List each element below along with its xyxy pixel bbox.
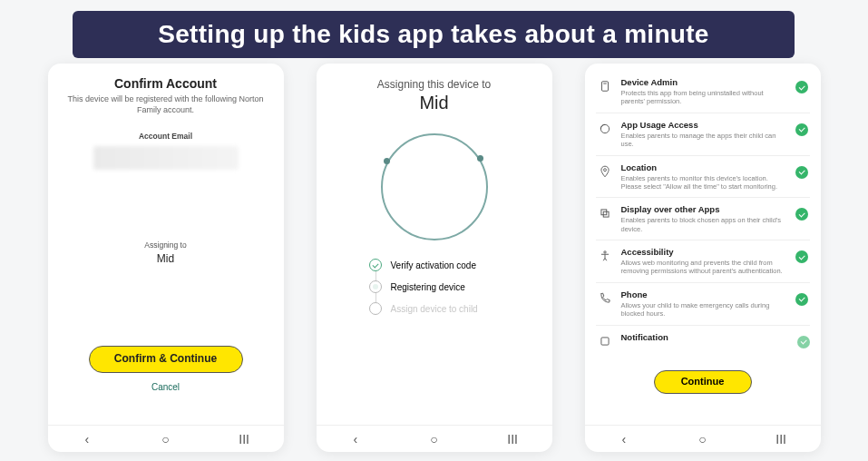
android-nav-bar: ‹ ○ III	[48, 425, 284, 452]
svg-point-5	[603, 251, 605, 253]
permission-title: Device Admin	[621, 77, 786, 87]
permission-desc: Enables parents to monitor this device's…	[621, 174, 786, 191]
nav-home-button[interactable]: ○	[688, 432, 716, 446]
location-icon	[598, 164, 612, 179]
phone-confirm-account: Confirm Account This device will be regi…	[48, 64, 284, 452]
assign-child-name: Mid	[333, 93, 536, 113]
permission-desc: Protects this app from being uninstalled…	[621, 89, 786, 106]
phone-assigning-device: Assigning this device to Mid Verify acti…	[317, 64, 552, 452]
permission-title: App Usage Access	[621, 120, 786, 130]
device-admin-icon	[598, 79, 612, 93]
permission-list: Device Admin Protects this app from bein…	[594, 67, 812, 383]
notification-icon	[598, 334, 612, 348]
phone-icon	[598, 291, 612, 306]
check-icon	[795, 208, 808, 221]
permission-row[interactable]: App Usage Access Enables parents to mana…	[596, 113, 810, 155]
nav-back-button[interactable]: ‹	[73, 432, 101, 446]
progress-dot-icon	[369, 280, 382, 293]
step-verify: Verify activation code	[369, 259, 536, 271]
step-assign: Assign device to child	[369, 302, 536, 315]
pending-dot-icon	[369, 302, 382, 315]
permission-title: Display over other Apps	[621, 204, 786, 214]
nav-recent-button[interactable]: III	[767, 432, 795, 446]
nav-home-button[interactable]: ○	[420, 432, 447, 446]
check-icon	[795, 81, 808, 93]
permission-row[interactable]: Display over other Apps Enables parents …	[596, 197, 810, 240]
check-icon	[795, 250, 808, 263]
svg-rect-0	[601, 82, 608, 92]
accessibility-icon	[598, 249, 612, 263]
android-nav-bar: ‹ ○ III	[585, 425, 821, 452]
check-icon	[795, 166, 808, 179]
permission-title: Notification	[621, 332, 788, 342]
confirm-subtitle: This device will be registered with the …	[64, 94, 268, 115]
svg-rect-6	[600, 337, 608, 344]
permission-row[interactable]: Device Admin Protects this app from bein…	[596, 71, 810, 113]
app-usage-icon	[598, 122, 612, 136]
permission-title: Location	[621, 162, 786, 172]
permission-row[interactable]: Phone Allows your child to make emergenc…	[596, 282, 810, 325]
assign-steps: Verify activation code Registering devic…	[333, 259, 536, 315]
permission-title: Phone	[621, 289, 786, 299]
permission-desc: Allows web monitoring and prevents the c…	[621, 259, 786, 276]
check-icon	[795, 123, 808, 136]
step-label: Registering device	[391, 282, 465, 292]
nav-back-button[interactable]: ‹	[610, 432, 638, 446]
phone-row: Confirm Account This device will be regi…	[0, 64, 868, 461]
permission-title: Accessibility	[621, 247, 786, 257]
check-icon	[795, 293, 808, 306]
step-label: Verify activation code	[391, 260, 477, 270]
hero-banner: Setting up the kids app takes about a mi…	[73, 11, 795, 58]
confirm-title: Confirm Account	[64, 76, 268, 91]
android-nav-bar: ‹ ○ III	[317, 425, 552, 452]
overlay-icon	[598, 206, 612, 221]
permission-row[interactable]: Location Enables parents to monitor this…	[596, 155, 810, 198]
progress-spinner	[381, 133, 488, 240]
confirm-continue-button[interactable]: Confirm & Continue	[89, 346, 243, 373]
permission-desc: Enables parents to block chosen apps on …	[621, 216, 786, 233]
svg-rect-4	[603, 212, 609, 218]
svg-point-2	[603, 168, 606, 171]
check-icon	[797, 336, 810, 348]
step-register: Registering device	[369, 280, 536, 293]
step-label: Assign device to child	[391, 304, 478, 314]
nav-back-button[interactable]: ‹	[342, 432, 369, 446]
nav-recent-button[interactable]: III	[230, 432, 258, 446]
account-email-value	[93, 146, 239, 170]
svg-rect-3	[600, 210, 606, 215]
assigning-label: Assigning to	[64, 240, 268, 250]
permission-row[interactable]: Accessibility Allows web monitoring and …	[596, 240, 810, 282]
assigning-child-name: Mid	[64, 252, 268, 265]
continue-button[interactable]: Continue	[654, 370, 752, 394]
phone-permissions: Device Admin Protects this app from bein…	[585, 64, 821, 452]
cancel-button[interactable]: Cancel	[48, 382, 284, 392]
nav-home-button[interactable]: ○	[151, 432, 179, 446]
assign-title: Assigning this device to	[333, 78, 536, 91]
permission-desc: Allows your child to make emergency call…	[621, 301, 786, 319]
account-email-label: Account Email	[64, 132, 268, 141]
check-icon	[369, 259, 382, 271]
nav-recent-button[interactable]: III	[499, 432, 526, 446]
permission-desc: Enables parents to manage the apps their…	[621, 132, 786, 149]
permission-row[interactable]: Notification	[596, 325, 810, 355]
